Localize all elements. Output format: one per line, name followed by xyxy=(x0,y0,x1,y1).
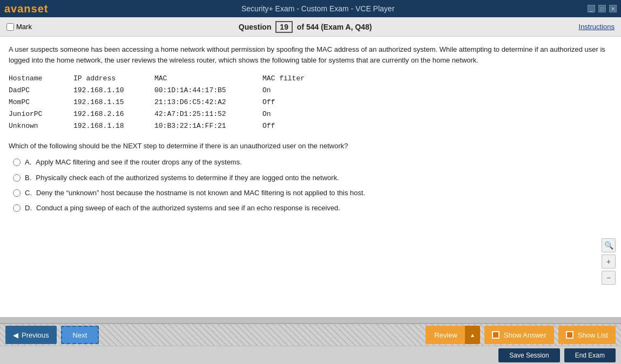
option-b-letter: B. xyxy=(25,173,31,183)
end-exam-button[interactable]: End Exam xyxy=(564,348,616,362)
table-row-unknown: Unknown192.168.1.1810:B3:22:1A:FF:21Off xyxy=(9,120,612,132)
save-session-button[interactable]: Save Session xyxy=(498,348,559,362)
question-total: of 544 (Exam A, Q48) xyxy=(297,23,372,31)
network-table: HostnameIP addressMACMAC filter DadPC192… xyxy=(9,73,612,132)
mark-checkbox-input[interactable] xyxy=(6,23,14,31)
next-button[interactable]: Next xyxy=(61,326,99,344)
option-c[interactable]: C. Deny the “unknown” host because the h… xyxy=(13,188,612,198)
mark-label: Mark xyxy=(16,23,32,31)
bottom-toolbar: ◀ Previous Next Review ▲ Show Answer Sho… xyxy=(0,323,621,346)
radio-b[interactable] xyxy=(13,174,21,182)
show-answer-button[interactable]: Show Answer xyxy=(484,326,554,344)
logo-area: avanset xyxy=(4,3,49,15)
option-b[interactable]: B. Physically check each of the authoriz… xyxy=(13,173,612,183)
question-prompt: Which of the following should be the NEX… xyxy=(9,142,612,150)
prev-arrow-icon: ◀ xyxy=(13,331,18,339)
logo-text2: et xyxy=(38,3,49,15)
option-d[interactable]: D. Conduct a ping sweep of each of the a… xyxy=(13,203,612,213)
answer-options: A. Apply MAC filtering and see if the ro… xyxy=(13,157,612,213)
show-list-button[interactable]: Show List xyxy=(558,326,616,344)
prev-label: Previous xyxy=(22,331,49,339)
col-hostname: Hostname xyxy=(9,73,73,85)
logo-highlight: s xyxy=(31,3,38,15)
question-number-box: 19 xyxy=(275,21,293,33)
close-button[interactable]: ✕ xyxy=(609,5,617,12)
review-button[interactable]: Review xyxy=(426,326,466,344)
table-row-dadpc: DadPC192.168.1.1000:1D:1A:44:17:B5On xyxy=(9,85,612,97)
mark-checkbox-label[interactable]: Mark xyxy=(6,23,32,31)
option-d-text: Conduct a ping sweep of each of the auth… xyxy=(36,203,340,213)
bottom-strip: Save Session End Exam xyxy=(0,346,621,364)
col-filter: MAC filter xyxy=(262,73,316,85)
search-icon-btn[interactable]: 🔍 xyxy=(602,238,616,252)
option-a-letter: A. xyxy=(25,157,31,167)
review-group: Review ▲ xyxy=(426,326,480,344)
review-dropdown[interactable]: ▲ xyxy=(465,326,480,344)
table-row-mompc: MomPC192.168.1.1521:13:D6:C5:42:A2Off xyxy=(9,97,612,108)
logo-text1: avan xyxy=(4,3,31,15)
option-d-letter: D. xyxy=(25,203,32,213)
question-info: Question 19 of 544 (Exam A, Q48) xyxy=(32,21,579,33)
main-content: A user suspects someone has been accessi… xyxy=(0,37,621,317)
radio-d[interactable] xyxy=(13,204,21,212)
side-icons: 🔍 + − xyxy=(602,238,616,285)
question-label: Question xyxy=(239,23,272,31)
show-list-checkbox xyxy=(566,331,573,339)
instructions-link[interactable]: Instructions xyxy=(579,23,615,31)
option-c-text: Deny the “unknown” host because the host… xyxy=(36,188,365,198)
prev-button[interactable]: ◀ Previous xyxy=(5,326,57,344)
zoom-in-button[interactable]: + xyxy=(602,255,616,269)
option-a-text: Apply MAC filtering and see if the route… xyxy=(36,157,242,167)
table-row-juniorpc: JuniorPC192.168.2.1642:A7:D1:25:11:52On xyxy=(9,108,612,120)
option-c-letter: C. xyxy=(25,188,32,198)
show-answer-checkbox xyxy=(492,331,500,339)
table-header-row: HostnameIP addressMACMAC filter xyxy=(9,73,612,85)
header-bar: Mark Question 19 of 544 (Exam A, Q48) In… xyxy=(0,17,621,37)
zoom-out-button[interactable]: − xyxy=(602,271,616,285)
minimize-button[interactable]: _ xyxy=(588,5,595,12)
option-a[interactable]: A. Apply MAC filtering and see if the ro… xyxy=(13,157,612,167)
window-controls[interactable]: _ □ ✕ xyxy=(588,5,617,12)
app-logo: avanset xyxy=(4,3,49,15)
col-ip: IP address xyxy=(73,73,154,85)
show-answer-label: Show Answer xyxy=(504,331,546,339)
question-text: A user suspects someone has been accessi… xyxy=(9,44,612,65)
title-bar: avanset Security+ Exam - Custom Exam - V… xyxy=(0,0,621,17)
window-title: Security+ Exam - Custom Exam - VCE Playe… xyxy=(49,4,588,13)
option-b-text: Physically check each of the authorized … xyxy=(36,173,339,183)
maximize-button[interactable]: □ xyxy=(598,5,606,12)
col-mac: MAC xyxy=(154,73,262,85)
show-list-label: Show List xyxy=(578,331,608,339)
radio-c[interactable] xyxy=(13,189,21,197)
radio-a[interactable] xyxy=(13,159,21,166)
